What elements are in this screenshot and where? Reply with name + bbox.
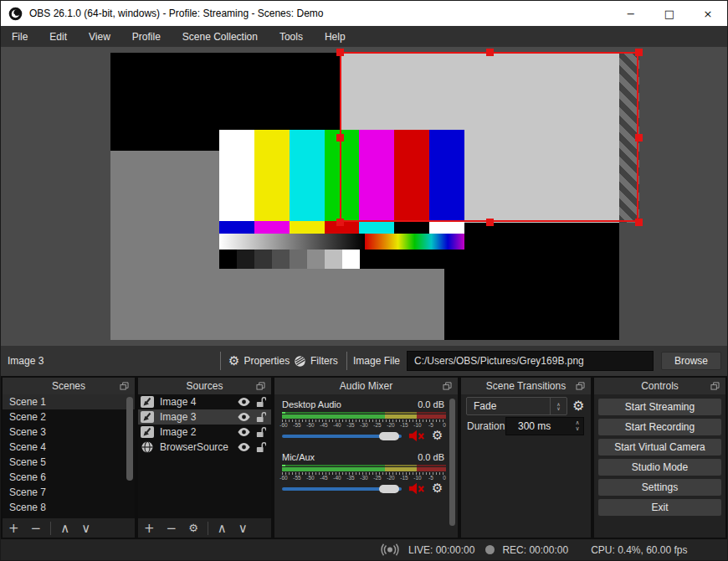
scene-transitions-header[interactable]: Scene Transitions [461, 378, 591, 394]
image-source-icon [141, 426, 154, 438]
selection-handle-top-middle[interactable] [486, 49, 494, 56]
menu-scene-collection[interactable]: Scene Collection [172, 26, 269, 47]
scene-list-item[interactable]: Scene 1 [3, 394, 135, 409]
unlock-icon[interactable] [256, 396, 266, 408]
menu-profile[interactable]: Profile [121, 26, 172, 47]
properties-label: Properties [244, 355, 290, 367]
source-name: Image 3 [160, 411, 196, 423]
volume-slider-handle[interactable] [379, 485, 399, 493]
gear-icon: ⚙ [228, 353, 239, 368]
move-scene-up-button[interactable]: ∧ [60, 521, 69, 536]
menu-view[interactable]: View [78, 26, 121, 47]
spin-down-icon: ∨ [575, 426, 579, 432]
selection-handle-top-right[interactable] [635, 49, 643, 56]
source-list-item[interactable]: Image 2 [138, 425, 271, 440]
eye-icon[interactable] [237, 427, 251, 437]
source-list-item[interactable]: Image 4 [138, 394, 271, 409]
scene-list-item[interactable]: Scene 3 [3, 425, 135, 440]
selection-handle-top-left[interactable] [336, 49, 344, 56]
volume-slider[interactable] [282, 435, 402, 438]
scene-list-item[interactable]: Scene 8 [3, 500, 135, 515]
eye-icon[interactable] [237, 412, 251, 422]
dock-area: Scenes Scene 1 Scene 2 Scene 3 Scene 4 S… [1, 376, 727, 541]
audio-meter [282, 414, 446, 419]
mute-icon[interactable] [408, 482, 425, 495]
move-source-down-button[interactable]: ∨ [238, 521, 248, 536]
close-button[interactable]: × [689, 1, 727, 26]
volume-slider-handle[interactable] [379, 432, 399, 440]
menu-file[interactable]: File [1, 26, 38, 47]
scene-list-item[interactable]: Scene 5 [3, 455, 135, 470]
settings-button[interactable]: Settings [598, 479, 721, 496]
selection-handle-bottom-middle[interactable] [486, 219, 494, 226]
preview-area [1, 47, 727, 346]
sources-header[interactable]: Sources [138, 378, 271, 394]
meter-tick-labels: -60-55 -50-45 -40-35 -30-25 -20-15 -10-5… [277, 422, 451, 428]
selection-bounding-box[interactable] [340, 52, 638, 222]
remove-source-button[interactable]: − [167, 521, 177, 536]
colorbars-gradient-row [219, 234, 464, 250]
unlock-icon[interactable] [256, 441, 266, 453]
title-bar[interactable]: OBS 26.1.0 (64-bit, windows) - Profile: … [1, 1, 727, 26]
source-list-item[interactable]: BrowserSource [138, 440, 271, 455]
scene-list-item[interactable]: Scene 6 [3, 470, 135, 485]
selection-handle-bottom-right[interactable] [635, 219, 643, 226]
source-properties-button[interactable]: ⚙ [188, 522, 198, 534]
transition-settings-gear-icon[interactable]: ⚙ [572, 398, 584, 414]
properties-button[interactable]: ⚙ Properties [228, 346, 290, 376]
move-source-up-button[interactable]: ∧ [218, 521, 227, 536]
menu-edit[interactable]: Edit [38, 26, 78, 47]
selection-handle-bottom-left[interactable] [336, 219, 344, 226]
popout-icon[interactable] [443, 382, 452, 390]
controls-header[interactable]: Controls [594, 378, 725, 394]
obs-window: OBS 26.1.0 (64-bit, windows) - Profile: … [0, 0, 728, 561]
filters-button[interactable]: Filters [294, 346, 338, 376]
transition-select-spinner[interactable]: ∧ ∨ [550, 398, 567, 414]
volume-slider[interactable] [282, 487, 402, 491]
source-list-item-selected[interactable]: Image 3 [138, 409, 271, 425]
selection-handle-left-middle[interactable] [336, 134, 344, 142]
mute-icon[interactable] [408, 430, 425, 442]
eye-icon[interactable] [237, 397, 251, 407]
browse-button[interactable]: Browse [661, 352, 721, 370]
minimize-button[interactable]: − [612, 1, 650, 26]
meter-tick-labels: -60-55 -50-45 -40-35 -30-25 -20-15 -10-5… [277, 475, 451, 481]
add-scene-button[interactable]: + [8, 521, 19, 536]
maximize-button[interactable]: □ [650, 1, 689, 26]
image-file-input[interactable] [407, 351, 654, 371]
scene-list-item[interactable]: Scene 7 [3, 485, 135, 500]
move-scene-down-button[interactable]: ∨ [81, 521, 90, 536]
popout-icon[interactable] [576, 382, 585, 390]
scenes-header[interactable]: Scenes [3, 378, 135, 394]
menu-help[interactable]: Help [314, 26, 356, 47]
channel-settings-gear-icon[interactable]: ⚙ [432, 428, 443, 443]
source-black-bottom-right[interactable] [444, 222, 619, 340]
popout-icon[interactable] [256, 382, 265, 390]
selection-handle-right-middle[interactable] [635, 134, 643, 142]
channel-settings-gear-icon[interactable]: ⚙ [432, 481, 443, 496]
source-name: Image 2 [160, 426, 196, 438]
start-streaming-button[interactable]: Start Streaming [598, 399, 721, 415]
start-virtual-camera-button[interactable]: Start Virtual Camera [598, 439, 721, 455]
scene-list-item[interactable]: Scene 2 [3, 409, 135, 425]
exit-button[interactable]: Exit [598, 499, 721, 516]
studio-mode-button[interactable]: Studio Mode [598, 459, 721, 476]
unlock-icon[interactable] [256, 411, 266, 423]
filters-label: Filters [310, 355, 338, 367]
start-recording-button[interactable]: Start Recording [598, 419, 721, 435]
eye-icon[interactable] [237, 442, 251, 452]
popout-icon[interactable] [120, 382, 129, 390]
audio-mixer-header[interactable]: Audio Mixer [274, 378, 458, 394]
transition-select[interactable]: Fade ∧ ∨ [466, 397, 567, 415]
broadcast-icon [379, 543, 401, 556]
mixer-scrollbar[interactable] [449, 399, 455, 526]
duration-spinner[interactable]: ∧ ∨ [571, 417, 584, 435]
scenes-scrollbar[interactable] [126, 397, 133, 481]
add-source-button[interactable]: + [144, 521, 155, 536]
scene-list-item[interactable]: Scene 4 [3, 440, 135, 455]
remove-scene-button[interactable]: − [31, 521, 42, 536]
menu-tools[interactable]: Tools [269, 26, 314, 47]
unlock-icon[interactable] [256, 426, 266, 438]
menu-bar: File Edit View Profile Scene Collection … [1, 26, 727, 47]
popout-icon[interactable] [710, 382, 720, 390]
